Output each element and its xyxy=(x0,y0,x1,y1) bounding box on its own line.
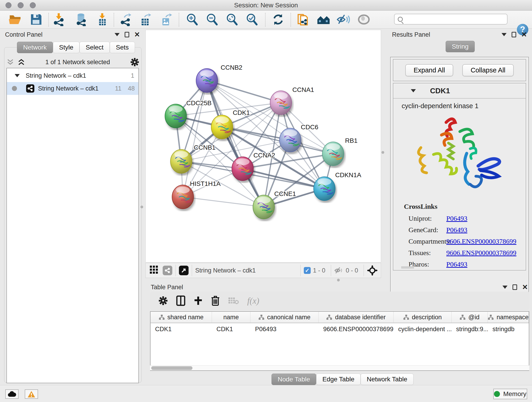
column-header-name[interactable]: name xyxy=(212,312,251,323)
table-cell[interactable]: stringdb xyxy=(488,326,529,333)
refresh-button[interactable] xyxy=(271,12,285,27)
show-columns-icon[interactable] xyxy=(176,295,185,306)
network-canvas[interactable]: CCNB2CCNA1CDC25BCDK1CDC6RB1CCNB1CCNA2CDK… xyxy=(146,30,381,262)
import-network-database-button[interactable] xyxy=(74,12,89,27)
bottom-splitter-handle[interactable] xyxy=(337,279,340,281)
node-RB1[interactable] xyxy=(322,142,344,166)
edge-CCNB2-CCNA1[interactable] xyxy=(207,80,281,103)
network-collection-row[interactable]: String Network – cdk1 1 xyxy=(7,69,138,82)
close-panel-icon[interactable]: ✕ xyxy=(521,31,527,38)
table-cell[interactable]: CDK1 xyxy=(151,326,212,333)
node-CCNA2[interactable] xyxy=(232,157,253,181)
node-CCNB1[interactable] xyxy=(171,149,192,173)
float-panel-icon[interactable] xyxy=(513,284,517,290)
crosslink-link[interactable]: 9606.ENSP00000378699 xyxy=(446,237,516,245)
open-session-button[interactable] xyxy=(8,12,22,27)
zoom-out-button[interactable] xyxy=(205,12,220,27)
close-panel-icon[interactable]: ✕ xyxy=(522,284,528,291)
share-document-button[interactable] xyxy=(296,12,310,27)
show-eye-button[interactable] xyxy=(356,12,371,27)
node-table[interactable]: shared namenamecanonical namedatabase id… xyxy=(150,311,529,371)
expand-all-icon[interactable] xyxy=(17,59,25,65)
table-options-gear-icon[interactable] xyxy=(158,296,168,306)
column-header-description[interactable]: description xyxy=(394,312,452,323)
table-row[interactable]: CDK1CDK1P064939606.ENSP00000378699cyclin… xyxy=(151,323,529,335)
tab-select[interactable]: Select xyxy=(80,42,110,53)
table-hscrollbar[interactable] xyxy=(150,365,529,370)
column-header--id[interactable]: @id xyxy=(452,312,488,323)
tab-string[interactable]: String xyxy=(446,41,475,52)
tab-style[interactable]: Style xyxy=(53,42,80,53)
node-CDC25B[interactable] xyxy=(165,104,186,128)
home-button[interactable] xyxy=(316,12,331,27)
edge-CCNB2-HIST1H1A[interactable] xyxy=(183,80,207,197)
results-hscrollbar[interactable] xyxy=(401,266,414,269)
node-HIST1H1A[interactable] xyxy=(172,185,194,209)
network-graph[interactable]: CCNB2CCNA1CDC25BCDK1CDC6RB1CCNB1CCNA2CDK… xyxy=(146,30,381,262)
warning-status-button[interactable] xyxy=(25,389,38,399)
column-header-namespace[interactable]: namespace xyxy=(488,312,529,323)
table-cell[interactable]: CDK1 xyxy=(212,326,251,333)
hide-selected-button[interactable] xyxy=(336,12,351,27)
column-header-shared-name[interactable]: shared name xyxy=(151,312,212,323)
node-CDKN1A[interactable] xyxy=(314,177,335,201)
table-cell[interactable]: cyclin-dependent ... xyxy=(394,326,452,333)
collapse-panel-icon[interactable] xyxy=(114,33,120,36)
minimize-window-button[interactable] xyxy=(18,2,24,8)
scrollbar-thumb[interactable] xyxy=(151,366,192,370)
crosslink-link[interactable]: P06493 xyxy=(446,215,467,222)
import-table-button[interactable] xyxy=(95,12,110,27)
tab-sets[interactable]: Sets xyxy=(110,42,135,53)
export-table-button[interactable] xyxy=(138,12,153,27)
table-cell[interactable]: 9606.ENSP00000378699 xyxy=(319,326,394,333)
birds-eye-view-button[interactable] xyxy=(149,265,158,276)
search-input[interactable] xyxy=(405,16,501,23)
crosslink-link[interactable]: 9606.ENSP00000378699 xyxy=(446,249,516,257)
float-panel-icon[interactable] xyxy=(125,32,129,37)
tab-node-table[interactable]: Node Table xyxy=(272,374,316,385)
crosslink-link[interactable]: P06493 xyxy=(446,226,467,234)
cloud-status-button[interactable] xyxy=(5,389,19,399)
node-CDK1[interactable] xyxy=(211,115,233,139)
zoom-fit-button[interactable] xyxy=(225,12,239,27)
selected-checkbox-icon[interactable]: ✓ xyxy=(304,267,311,274)
collapse-panel-icon[interactable] xyxy=(501,33,507,36)
edge-CCNB2-CCNE1[interactable] xyxy=(207,80,264,207)
node-CCNE1[interactable] xyxy=(253,195,274,219)
column-header-canonical-name[interactable]: canonical name xyxy=(250,312,318,323)
import-network-file-button[interactable] xyxy=(52,12,67,27)
string-view-button[interactable] xyxy=(163,266,172,275)
network-row[interactable]: String Network – cdk1 11 48 xyxy=(7,82,138,95)
zoom-selected-button[interactable] xyxy=(245,12,259,27)
zoom-in-button[interactable] xyxy=(185,12,200,27)
table-cell[interactable]: P06493 xyxy=(250,326,318,333)
tab-network[interactable]: Network xyxy=(17,42,53,53)
fit-selected-crosshair-icon[interactable] xyxy=(367,265,378,276)
node-CCNA1[interactable] xyxy=(270,91,292,115)
expand-all-button[interactable]: Expand All xyxy=(405,64,453,76)
search-box[interactable] xyxy=(394,14,507,25)
memory-button[interactable]: Memory xyxy=(493,389,527,399)
delete-column-icon[interactable] xyxy=(211,295,220,306)
export-image-button[interactable] xyxy=(159,12,174,27)
tab-network-table[interactable]: Network Table xyxy=(361,374,413,385)
float-panel-icon[interactable] xyxy=(512,32,516,37)
node-CCNB2[interactable] xyxy=(196,69,218,92)
options-gear-icon[interactable] xyxy=(130,57,139,67)
protein-header[interactable]: CDK1 xyxy=(393,83,526,99)
table-cell[interactable]: stringdb:9... xyxy=(452,326,488,333)
zoom-window-button[interactable] xyxy=(30,2,36,8)
collapse-panel-icon[interactable] xyxy=(502,286,507,289)
collapse-protein-icon[interactable] xyxy=(411,89,416,92)
edge-CCNE1-HIST1H1A[interactable] xyxy=(183,197,264,207)
left-splitter-handle[interactable] xyxy=(140,206,143,208)
add-column-icon[interactable] xyxy=(194,296,203,305)
column-header-database-identifier[interactable]: database identifier xyxy=(319,312,394,323)
node-CDC6[interactable] xyxy=(279,128,301,152)
close-window-button[interactable] xyxy=(6,2,12,8)
collapse-all-button[interactable]: Collapse All xyxy=(462,64,514,76)
collapse-all-icon[interactable] xyxy=(6,59,14,65)
tab-edge-table[interactable]: Edge Table xyxy=(316,374,361,385)
crosslink-link[interactable]: P06493 xyxy=(446,260,467,268)
hidden-eye-icon[interactable] xyxy=(334,267,343,274)
